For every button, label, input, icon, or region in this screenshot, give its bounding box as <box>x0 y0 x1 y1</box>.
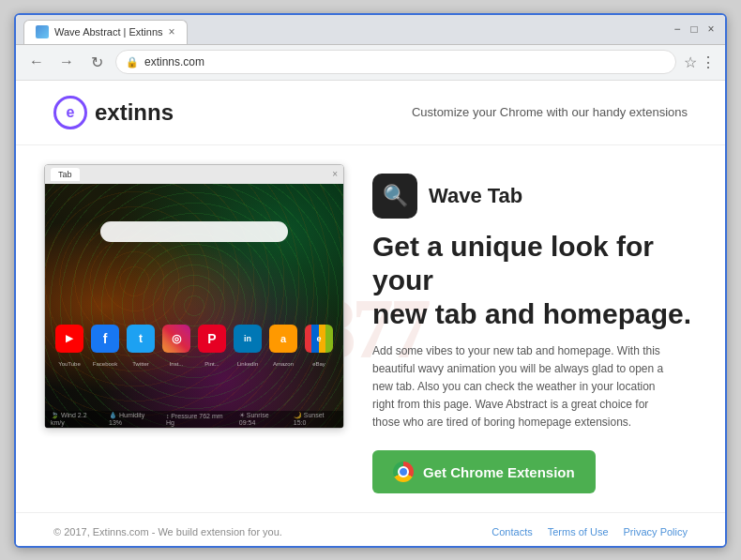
active-tab[interactable]: Wave Abstract | Extinns × <box>23 20 188 44</box>
footer-copyright: © 2017, Extinns.com - We build extension… <box>53 526 282 537</box>
tab-favicon <box>36 25 49 38</box>
preview-icon-amazon: a <box>269 325 297 353</box>
page-content: e extinns Customize your Chrome with our… <box>16 81 725 546</box>
label-twitter: Twitter <box>127 361 155 367</box>
preview-icon-facebook: f <box>91 325 119 353</box>
status-wind: 🍃 Wind 2.2 km/y <box>51 412 101 426</box>
preview-icons-row: ▶ f t ◎ P in a e <box>55 325 333 353</box>
main-section: 877 Tab × ▶ f t ◎ P in <box>16 145 725 513</box>
cta-label: Get Chrome Extension <box>423 464 575 480</box>
main-headline: Get a unique look for your new tab and h… <box>372 230 697 331</box>
extension-name: Wave Tab <box>429 184 522 208</box>
extension-icon: 🔍 <box>372 174 417 219</box>
logo-area: e extinns <box>53 96 174 129</box>
footer-link-contacts[interactable]: Contacts <box>491 526 532 537</box>
site-header: e extinns Customize your Chrome with our… <box>16 81 725 145</box>
preview-icon-youtube: ▶ <box>55 325 83 353</box>
tab-title: Wave Abstract | Extinns <box>54 26 163 38</box>
status-pressure: ↕ Pressure 762 mm Hg <box>166 413 232 426</box>
browser-window: Wave Abstract | Extinns × − □ × ← → ↻ 🔒 … <box>14 13 727 548</box>
back-button[interactable]: ← <box>25 51 48 73</box>
tab-area: Wave Abstract | Extinns × <box>23 15 665 44</box>
headline-line1: Get a unique look for your <box>372 231 654 295</box>
address-right-icons: ☆ ⋮ <box>684 53 716 71</box>
close-button[interactable]: × <box>704 23 718 36</box>
preview-search-bar <box>100 221 288 242</box>
logo-text: extinns <box>95 99 174 126</box>
preview-icon-instagram: ◎ <box>162 325 190 353</box>
preview-content: ▶ f t ◎ P in a e YouTube Facebook Twitte… <box>45 184 343 428</box>
right-content: 🔍 Wave Tab Get a unique look for your ne… <box>372 164 697 494</box>
label-pinterest: Pint... <box>198 361 226 367</box>
minimize-button[interactable]: − <box>671 23 684 36</box>
bookmark-icon[interactable]: ☆ <box>684 53 697 71</box>
extension-header: 🔍 Wave Tab <box>372 174 697 219</box>
preview-icon-pinterest: P <box>198 325 226 353</box>
label-instagram: Inst... <box>162 361 190 367</box>
preview-close-icon: × <box>332 169 338 179</box>
status-sunrise: ☀ Sunrise 09:54 <box>239 412 286 426</box>
tab-close-button[interactable]: × <box>169 25 175 38</box>
footer-link-terms[interactable]: Terms of Use <box>548 526 609 537</box>
forward-button[interactable]: → <box>55 51 78 73</box>
preview-icon-ebay: e <box>305 325 333 353</box>
menu-icon[interactable]: ⋮ <box>701 53 716 71</box>
preview-tab-label: Tab <box>51 168 80 181</box>
chrome-logo-icon <box>393 462 414 482</box>
preview-icon-linkedin: in <box>234 325 262 353</box>
wave-overlay <box>45 184 343 428</box>
refresh-button[interactable]: ↻ <box>85 51 108 73</box>
site-footer: © 2017, Extinns.com - We build extension… <box>16 512 725 545</box>
footer-link-privacy[interactable]: Privacy Policy <box>624 526 688 537</box>
browser-preview: Tab × ▶ f t ◎ P in a e <box>44 164 344 429</box>
title-bar: Wave Abstract | Extinns × − □ × <box>16 15 725 45</box>
main-description: Add some vibes to your new tab and homep… <box>372 342 673 432</box>
url-bar[interactable]: 🔒 extinns.com <box>115 50 676 74</box>
label-amazon: Amazon <box>269 361 297 367</box>
logo-letter: e <box>67 104 75 121</box>
address-bar: ← → ↻ 🔒 extinns.com ☆ ⋮ <box>16 45 725 81</box>
maximize-button[interactable]: □ <box>688 23 701 36</box>
header-tagline: Customize your Chrome with our handy ext… <box>412 105 688 119</box>
status-sunset: 🌙 Sunset 15:0 <box>294 412 338 426</box>
preview-icon-labels: YouTube Facebook Twitter Inst... Pint...… <box>55 361 333 367</box>
label-youtube: YouTube <box>55 361 83 367</box>
preview-status-bar: 🍃 Wind 2.2 km/y 💧 Humidity 13% ↕ Pressur… <box>45 411 343 428</box>
footer-links: Contacts Terms of Use Privacy Policy <box>491 526 688 537</box>
get-chrome-extension-button[interactable]: Get Chrome Extension <box>372 450 596 493</box>
label-ebay: eBay <box>305 361 333 367</box>
headline-line2: new tab and homepage. <box>372 298 691 329</box>
extension-icon-symbol: 🔍 <box>383 184 408 208</box>
preview-titlebar: Tab × <box>45 165 343 184</box>
label-linkedin: LinkedIn <box>234 361 262 367</box>
status-humidity: 💧 Humidity 13% <box>109 412 159 426</box>
url-text: extinns.com <box>144 55 666 68</box>
lock-icon: 🔒 <box>126 56 139 68</box>
label-facebook: Facebook <box>91 361 119 367</box>
preview-icon-twitter: t <box>127 325 155 353</box>
logo-icon: e <box>53 96 87 129</box>
window-controls: − □ × <box>671 23 718 36</box>
